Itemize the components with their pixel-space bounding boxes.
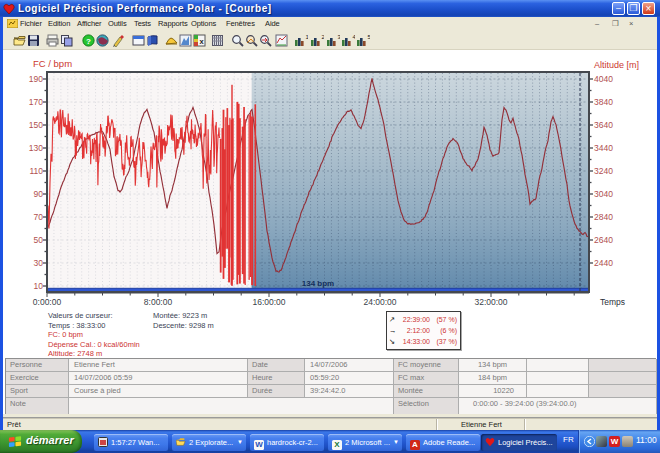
svg-text:2440: 2440 bbox=[594, 258, 613, 268]
svg-text:50: 50 bbox=[34, 235, 44, 245]
svg-text:FC / bpm: FC / bpm bbox=[33, 58, 72, 69]
svg-text:Temps: Temps bbox=[600, 297, 625, 307]
svg-text:2640: 2640 bbox=[594, 235, 613, 245]
svg-text:24:00:00: 24:00:00 bbox=[363, 297, 396, 307]
svg-text:16:00:00: 16:00:00 bbox=[252, 297, 285, 307]
svg-text:190: 190 bbox=[29, 74, 43, 84]
svg-text:90: 90 bbox=[34, 189, 44, 199]
svg-text:2840: 2840 bbox=[594, 212, 613, 222]
svg-text:8:00:00: 8:00:00 bbox=[144, 297, 173, 307]
svg-text:3640: 3640 bbox=[594, 120, 613, 130]
svg-text:110: 110 bbox=[29, 166, 43, 176]
svg-text:4040: 4040 bbox=[594, 74, 613, 84]
svg-text:32:00:00: 32:00:00 bbox=[474, 297, 507, 307]
svg-text:130: 130 bbox=[29, 143, 43, 153]
svg-text:170: 170 bbox=[29, 97, 43, 107]
svg-text:3040: 3040 bbox=[594, 189, 613, 199]
svg-text:3240: 3240 bbox=[594, 166, 613, 176]
svg-text:10: 10 bbox=[34, 281, 44, 291]
svg-text:30: 30 bbox=[34, 258, 44, 268]
svg-text:134 bpm: 134 bpm bbox=[302, 279, 334, 288]
svg-text:3840: 3840 bbox=[594, 97, 613, 107]
svg-text:70: 70 bbox=[34, 212, 44, 222]
svg-text:Altitude [m]: Altitude [m] bbox=[594, 60, 639, 70]
svg-text:150: 150 bbox=[29, 120, 43, 130]
svg-text:0:00:00: 0:00:00 bbox=[33, 297, 62, 307]
svg-text:3440: 3440 bbox=[594, 143, 613, 153]
